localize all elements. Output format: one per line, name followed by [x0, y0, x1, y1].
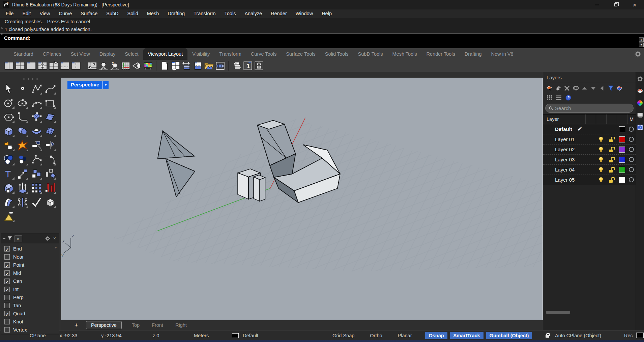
osnap-option[interactable]: Quad: [4, 310, 59, 318]
add-viewport-icon[interactable]: +: [75, 322, 78, 328]
check-objects-tool-icon[interactable]: [30, 196, 42, 208]
ribbon-tab[interactable]: Drafting: [460, 48, 487, 60]
help-icon[interactable]: ?: [565, 95, 572, 101]
viewport-title[interactable]: Perspective: [67, 81, 103, 89]
status-toggle[interactable]: Planar: [396, 332, 414, 339]
status-toggle[interactable]: Grid Snap: [330, 332, 356, 339]
menu-item[interactable]: Surface: [76, 9, 102, 18]
control-point-curve-tool-icon[interactable]: [30, 83, 42, 95]
grab-pyramid-tool-icon[interactable]: [3, 210, 15, 222]
layer-material-circle[interactable]: [629, 167, 634, 172]
clipping-plane-tool-icon[interactable]: [44, 182, 56, 194]
record-history-box[interactable]: [636, 331, 644, 340]
scatter-objects-tool-icon[interactable]: [44, 168, 56, 180]
layer-color-swatch[interactable]: [619, 147, 625, 153]
ribbon-tab[interactable]: Surface Tools: [281, 48, 320, 60]
column-header-color[interactable]: [617, 114, 627, 124]
ribbon-tab[interactable]: Visibility: [187, 48, 214, 60]
osnap-checkbox[interactable]: [4, 327, 10, 333]
help-panel-icon[interactable]: ?: [637, 124, 643, 130]
osnap-option[interactable]: Int: [4, 285, 59, 293]
menu-item[interactable]: Analyze: [240, 9, 266, 18]
layer-material-circle[interactable]: [629, 147, 634, 152]
detail-cylinder-icon[interactable]: [215, 61, 225, 71]
ribbon-tab[interactable]: Viewport Layout: [143, 48, 188, 60]
menu-item[interactable]: Help: [317, 9, 336, 18]
command-input[interactable]: [33, 35, 644, 48]
current-layer-swatch[interactable]: [232, 331, 239, 340]
layer-row[interactable]: Layer 03: [543, 155, 636, 165]
sweep-surface-tool-icon[interactable]: [44, 111, 56, 123]
rectangle-tool-icon[interactable]: [44, 97, 56, 109]
column-header-material[interactable]: M: [627, 114, 636, 124]
interpolate-curve-tool-icon[interactable]: [44, 83, 56, 95]
layer-visibility-bulb-icon[interactable]: [599, 147, 603, 152]
ribbon-tab[interactable]: CPlanes: [38, 48, 66, 60]
menu-item[interactable]: Window: [291, 9, 318, 18]
new-sublayer-icon[interactable]: [555, 85, 561, 91]
torus-tool-icon[interactable]: [30, 125, 42, 137]
move-layer-parent-icon[interactable]: [599, 85, 605, 91]
split-tool-icon[interactable]: [44, 139, 56, 152]
layer-unlock-icon[interactable]: [609, 137, 614, 142]
filter-funnel-icon[interactable]: [7, 236, 12, 241]
layer-visibility-bulb-icon[interactable]: [599, 177, 603, 183]
scroll-down-icon[interactable]: ▼: [639, 43, 644, 47]
units-label[interactable]: Meters: [194, 331, 209, 340]
menu-item[interactable]: Curve: [55, 9, 77, 18]
layer-name[interactable]: Layer 02: [555, 147, 575, 152]
viewport-title-dropdown[interactable]: Perspective ▼: [67, 81, 109, 89]
page-number-1-icon[interactable]: 1: [243, 61, 253, 71]
ribbon-tab[interactable]: New in V8: [487, 48, 518, 60]
split-vertical-icon[interactable]: [71, 61, 81, 71]
layer-name[interactable]: Layer 04: [555, 167, 575, 173]
select-tool-icon[interactable]: [3, 83, 15, 95]
layer-name[interactable]: Layer 05: [555, 177, 575, 183]
copy-tool-icon[interactable]: [30, 168, 42, 180]
layer-visibility-bulb-icon[interactable]: [599, 157, 603, 162]
ribbon-tab[interactable]: Transform: [214, 48, 246, 60]
perspective-viewport[interactable]: Perspective ▼ z x y: [61, 78, 543, 320]
viewport-tab[interactable]: Top: [130, 321, 142, 329]
ribbon-tab[interactable]: SubD Tools: [353, 48, 388, 60]
columns-grid-icon[interactable]: [546, 95, 553, 101]
viewport-sync-icon[interactable]: [87, 61, 97, 71]
polygon-tool-icon[interactable]: [3, 111, 15, 123]
adjust-curve-tool-icon[interactable]: [30, 154, 42, 166]
box-edit-tool-icon[interactable]: [44, 196, 56, 208]
viewport-tab[interactable]: Perspective: [86, 321, 122, 329]
layer-name[interactable]: Layer 01: [555, 136, 575, 142]
ribbon-tab[interactable]: Set View: [66, 48, 95, 60]
panel-overflow-chevrons[interactable]: »: [14, 235, 22, 242]
layer-visibility-bulb-icon[interactable]: [599, 167, 603, 173]
point-tool-icon[interactable]: [17, 83, 29, 95]
osnap-option[interactable]: Mid: [4, 269, 59, 277]
osnap-option[interactable]: Point: [4, 261, 59, 269]
search-input[interactable]: [555, 105, 630, 111]
palette-drag-handle[interactable]: [0, 72, 61, 82]
status-toggle[interactable]: Ortho: [368, 332, 384, 339]
layer-color-swatch[interactable]: [619, 136, 625, 142]
panel-gear-icon[interactable]: [637, 76, 643, 82]
viewport-split-4-icon[interactable]: [15, 61, 25, 71]
status-toggle[interactable]: Gumball (Object): [486, 332, 532, 339]
rotate-view-2-icon[interactable]: 2: [110, 61, 120, 71]
menu-item[interactable]: Drafting: [163, 9, 189, 18]
move-layer-up-icon[interactable]: [581, 85, 588, 91]
fillet-curves-tool-icon[interactable]: [17, 111, 29, 123]
text-tool-icon[interactable]: T: [3, 168, 15, 180]
viewport-split-2-icon[interactable]: [4, 61, 14, 71]
osnap-option[interactable]: Tan: [4, 301, 59, 310]
layer-material-circle[interactable]: [629, 127, 634, 132]
layer-unlock-icon[interactable]: [609, 157, 614, 162]
sphere-tool-icon[interactable]: [17, 125, 29, 137]
osnap-option[interactable]: Perp: [4, 293, 59, 301]
layer-unlock-icon[interactable]: [609, 167, 614, 173]
point-cloud-tool-icon[interactable]: [17, 154, 29, 166]
osnap-checkbox[interactable]: [4, 270, 10, 276]
duplicate-layer-icon[interactable]: [573, 85, 579, 91]
ribbon-tab[interactable]: Curve Tools: [246, 48, 281, 60]
menu-item[interactable]: File: [1, 9, 18, 18]
command-scrollbar[interactable]: ▲ ▼: [639, 37, 644, 47]
osnap-checkbox[interactable]: [4, 303, 10, 308]
